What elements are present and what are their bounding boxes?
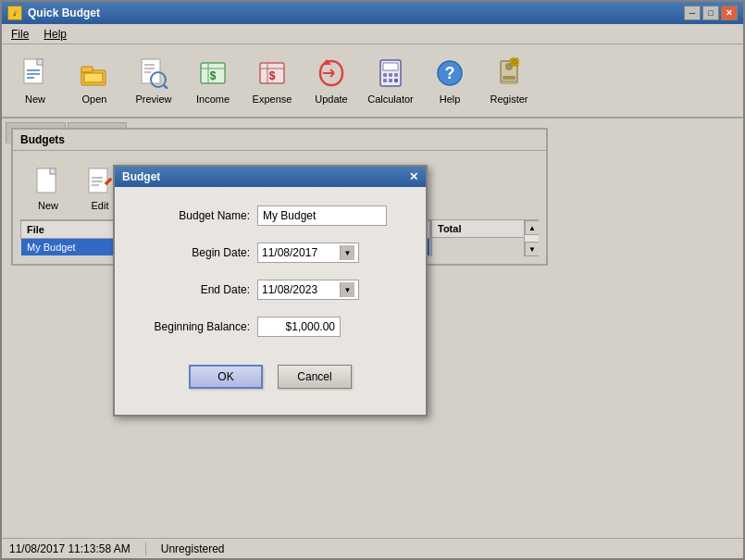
datetime-status: 11/08/2017 11:13:58 AM	[9, 542, 130, 555]
end-date-dropdown-arrow[interactable]: ▼	[340, 282, 354, 297]
beginning-balance-row: Beginning Balance:	[130, 317, 411, 337]
budget-name-label: Budget Name:	[130, 209, 250, 222]
budget-dialog-title: Budget ✕	[115, 167, 426, 187]
toolbar-expense-button[interactable]: $ Expense	[244, 49, 300, 112]
new-icon	[19, 56, 52, 90]
status-bar: 11/08/2017 11:13:58 AM Unregistered	[2, 538, 743, 558]
title-bar-left: 💰 Quick Budget	[7, 6, 100, 20]
menu-file[interactable]: File	[6, 26, 34, 43]
svg-rect-32	[383, 79, 387, 82]
budgets-scrollbar[interactable]: ▲ ▼	[524, 220, 539, 256]
content-area: Income Expe... Budgets New	[2, 118, 743, 538]
svg-rect-8	[84, 73, 103, 82]
end-date-value: 11/08/2023	[262, 283, 340, 296]
budgets-new-button[interactable]: New	[24, 162, 72, 216]
calculator-icon	[374, 56, 407, 90]
budget-dialog: Budget ✕ Budget Name: Begin Date: 11/08/…	[113, 165, 428, 417]
scroll-down-button[interactable]: ▼	[525, 242, 539, 256]
svg-rect-34	[394, 79, 398, 82]
toolbar-calculator-button[interactable]: Calculator	[363, 49, 418, 112]
svg-text:?: ?	[445, 64, 455, 82]
toolbar-new-label: New	[25, 93, 45, 105]
menu-help[interactable]: Help	[38, 26, 72, 43]
svg-rect-45	[50, 168, 56, 174]
toolbar-expense-label: Expense	[253, 93, 292, 105]
svg-line-11	[164, 85, 168, 89]
status-divider	[145, 542, 146, 555]
toolbar-new-button[interactable]: New	[7, 49, 63, 112]
scroll-up-button[interactable]: ▲	[525, 220, 539, 235]
toolbar-register-label: Register	[490, 93, 528, 105]
beginning-balance-input[interactable]	[257, 317, 341, 337]
svg-rect-28	[383, 63, 398, 70]
toolbar-help-button[interactable]: ? Help	[422, 49, 478, 112]
svg-rect-2	[37, 59, 43, 65]
end-date-input[interactable]: 11/08/2023 ▼	[257, 280, 359, 300]
budget-dialog-body: Budget Name: Begin Date: 11/08/2017 ▼ En…	[115, 187, 426, 415]
toolbar-register-button[interactable]: Register	[481, 49, 537, 112]
toolbar-update-button[interactable]: Update	[304, 49, 359, 112]
expense-icon: $	[255, 56, 289, 90]
toolbar-open-button[interactable]: Open	[67, 49, 122, 112]
end-date-row: End Date: 11/08/2023 ▼	[130, 280, 411, 300]
svg-rect-31	[394, 73, 398, 77]
maximize-button[interactable]: □	[702, 6, 719, 20]
budgets-dialog-title: Budgets	[13, 130, 546, 151]
budgets-edit-label: Edit	[92, 200, 109, 211]
toolbar-help-label: Help	[440, 93, 461, 105]
svg-text:$: $	[210, 69, 217, 82]
budgets-new-label: New	[38, 200, 58, 211]
open-icon	[78, 56, 111, 90]
menu-bar: File Help	[2, 24, 743, 44]
close-icon[interactable]: ✕	[409, 170, 418, 183]
total-header: Total	[432, 220, 524, 238]
toolbar-preview-button[interactable]: Preview	[126, 49, 181, 112]
total-column: Total	[431, 220, 524, 256]
begin-date-row: Begin Date: 11/08/2017 ▼	[130, 243, 411, 263]
main-window: 💰 Quick Budget ─ □ ✕ File Help	[0, 0, 745, 560]
cancel-button[interactable]: Cancel	[278, 365, 352, 389]
toolbar-open-label: Open	[82, 93, 107, 105]
toolbar-income-button[interactable]: $ Income	[185, 49, 241, 112]
svg-rect-46	[89, 168, 107, 193]
beginning-balance-label: Beginning Balance:	[130, 320, 250, 333]
svg-text:$: $	[269, 69, 276, 82]
end-date-label: End Date:	[130, 283, 250, 296]
toolbar: New Open	[2, 44, 743, 118]
svg-rect-7	[81, 67, 93, 72]
svg-rect-33	[389, 79, 392, 82]
toolbar-income-label: Income	[196, 93, 230, 105]
preview-icon	[137, 56, 170, 90]
ok-button[interactable]: OK	[189, 365, 263, 389]
app-title: Quick Budget	[28, 6, 100, 19]
toolbar-update-label: Update	[315, 93, 347, 105]
title-bar: 💰 Quick Budget ─ □ ✕	[2, 2, 743, 24]
svg-rect-29	[383, 73, 387, 77]
dialog-buttons: OK Cancel	[130, 354, 411, 396]
budget-name-row: Budget Name:	[130, 205, 411, 226]
title-controls: ─ □ ✕	[684, 6, 738, 20]
svg-rect-30	[389, 73, 392, 77]
budget-name-input[interactable]	[257, 205, 387, 226]
begin-date-dropdown-arrow[interactable]: ▼	[340, 245, 354, 260]
toolbar-calculator-label: Calculator	[367, 93, 414, 105]
registration-status: Unregistered	[161, 542, 225, 555]
minimize-button[interactable]: ─	[684, 6, 701, 20]
update-icon	[315, 56, 348, 90]
close-button[interactable]: ✕	[721, 6, 738, 20]
register-icon	[492, 56, 526, 90]
app-icon: 💰	[7, 6, 22, 20]
income-icon: $	[196, 56, 230, 90]
begin-date-value: 11/08/2017	[262, 246, 340, 259]
begin-date-input[interactable]: 11/08/2017 ▼	[257, 243, 359, 263]
begin-date-label: Begin Date:	[130, 246, 250, 259]
scroll-track	[525, 235, 539, 242]
toolbar-preview-label: Preview	[135, 93, 171, 105]
svg-rect-39	[503, 76, 515, 80]
help-icon: ?	[433, 56, 466, 90]
